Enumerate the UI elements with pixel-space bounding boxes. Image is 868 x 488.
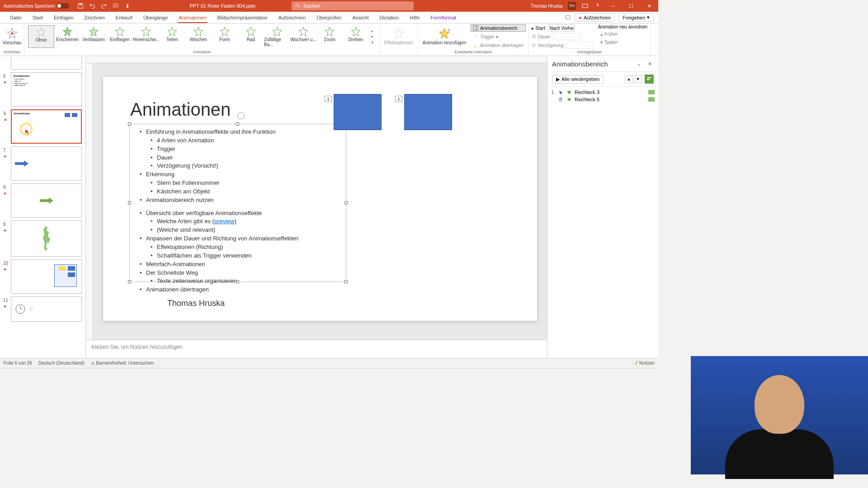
tab-aufzeichnen[interactable]: Aufzeichnen xyxy=(273,12,311,23)
content-text[interactable]: Einführung in Animationseffekte und ihre… xyxy=(130,124,346,298)
redo-icon[interactable] xyxy=(101,3,107,9)
anim-wachsen[interactable]: Wachsen u... xyxy=(290,25,316,48)
anim-teilen[interactable]: Teilen xyxy=(159,25,185,48)
tab-dictation[interactable]: Dictation xyxy=(374,12,404,23)
move-down-button[interactable]: ▼ xyxy=(634,75,642,83)
move-up-button[interactable]: ▲ xyxy=(625,75,633,83)
tab-start[interactable]: Start xyxy=(27,12,48,23)
anim-rad[interactable]: Rad xyxy=(238,25,264,48)
tab-hilfe[interactable]: Hilfe xyxy=(404,12,425,23)
anim-zufaellige[interactable]: Zufällige Ba... xyxy=(264,25,290,48)
start-field[interactable]: ▸ Start: xyxy=(532,24,594,32)
rotate-handle-icon[interactable] xyxy=(237,112,245,119)
anim-list-item[interactable]: 1🖱Rechteck 3 xyxy=(551,89,655,96)
close-button[interactable]: ✕ xyxy=(643,0,656,11)
tab-ansicht[interactable]: Ansicht xyxy=(347,12,374,23)
svg-rect-33 xyxy=(647,79,650,80)
ribbon-group-erweiterte: + Animation hinzufügen Animationsbereich… xyxy=(418,23,529,56)
svg-marker-20 xyxy=(273,27,282,36)
horizontal-ruler[interactable] xyxy=(86,56,547,63)
notes-toggle[interactable]: 📝 Notizen xyxy=(632,361,655,366)
tab-datei[interactable]: Datei xyxy=(5,12,27,23)
start-input[interactable] xyxy=(548,24,575,32)
play-all-button[interactable]: ▶ Alle wiedergeben xyxy=(552,75,604,84)
anim-zoom[interactable]: Zoom xyxy=(316,25,343,48)
resize-handle[interactable] xyxy=(344,280,348,283)
pane-icon xyxy=(473,25,478,31)
timeline-view-button[interactable] xyxy=(645,75,654,84)
anim-list-item[interactable]: ⏱Rechteck 5 xyxy=(551,96,655,103)
slide-counter[interactable]: Folie 6 von 26 xyxy=(4,361,32,366)
shape-rect-2[interactable] xyxy=(404,94,452,130)
animation-tag[interactable]: 1 xyxy=(395,96,402,102)
vertical-ruler[interactable] xyxy=(86,63,93,340)
slide-thumb-10[interactable]: 10 ★ xyxy=(11,259,82,294)
shape-rect-1[interactable] xyxy=(334,94,382,130)
tab-einfuegen[interactable]: Einfügen xyxy=(48,12,79,23)
resize-handle[interactable] xyxy=(128,122,131,126)
slide-thumb-5[interactable]: 5 ★ Animationen• Lorem ipsum• dolor sit•… xyxy=(11,72,82,107)
tab-entwurf[interactable]: Entwurf xyxy=(110,12,138,23)
content-textbox[interactable]: Einführung in Animationseffekte und ihre… xyxy=(129,124,346,282)
resize-handle[interactable] xyxy=(236,122,239,126)
record-button[interactable]: ●Aufzeichnen xyxy=(575,14,615,22)
slide-thumb-partial[interactable] xyxy=(11,56,82,70)
anim-drehen[interactable]: Drehen xyxy=(343,25,369,48)
slide-thumb-7[interactable]: 7 ★ xyxy=(11,146,82,181)
pin-icon[interactable] xyxy=(594,2,601,9)
svg-rect-8 xyxy=(566,15,571,19)
autosave-toggle[interactable]: Automatisches Speichern xyxy=(0,3,73,9)
undo-icon[interactable] xyxy=(89,3,95,9)
close-icon[interactable]: ✕ xyxy=(646,60,654,68)
slide-canvas[interactable]: Animationen Einführung in Animationseffe… xyxy=(93,63,547,340)
animation-tag[interactable]: 1 xyxy=(325,96,332,102)
anim-form[interactable]: Form xyxy=(212,25,238,48)
animation-list[interactable]: 1🖱Rechteck 3⏱Rechteck 5 xyxy=(547,87,658,105)
save-icon[interactable] xyxy=(77,3,84,9)
tab-zeichnen[interactable]: Zeichnen xyxy=(79,12,110,23)
slide-thumb-8[interactable]: 8 ★ xyxy=(11,183,82,218)
share-button[interactable]: Freigeben▾ xyxy=(618,13,654,22)
user-name[interactable]: Thomas Hruska xyxy=(530,4,562,9)
resize-handle[interactable] xyxy=(344,201,348,204)
minimize-button[interactable]: ─ xyxy=(607,0,619,11)
slide-thumb-9[interactable]: 9 ★ xyxy=(11,221,82,257)
ribbon-mode-icon[interactable] xyxy=(581,2,589,9)
tab-animationen[interactable]: Animationen xyxy=(173,12,212,23)
anim-ohne[interactable]: Ohne xyxy=(28,25,54,48)
tab-uebergaenge[interactable]: Übergänge xyxy=(138,12,173,23)
slide-thumb-6[interactable]: 6 ★ Animationen xyxy=(11,109,82,144)
notes-area[interactable]: Klicken Sie, um Notizen hinzuzufügen xyxy=(86,340,547,358)
touch-icon[interactable] xyxy=(124,3,131,9)
tab-bildschirm[interactable]: Bildschirmpräsentation xyxy=(212,12,273,23)
toggle-switch-icon[interactable] xyxy=(57,3,69,9)
resize-handle[interactable] xyxy=(128,201,131,204)
comments-icon[interactable] xyxy=(565,14,571,21)
group-label: Anzeigedauer xyxy=(577,50,602,55)
anim-verblassen[interactable]: Verblassen xyxy=(80,25,107,48)
tab-formformat[interactable]: Formformat xyxy=(425,12,462,23)
animationsbereich-button[interactable]: Animationsbereich xyxy=(471,24,526,32)
present-icon[interactable] xyxy=(113,3,119,9)
anim-wischen[interactable]: Wischen xyxy=(185,25,212,48)
slide[interactable]: Animationen Einführung in Animationseffe… xyxy=(103,77,537,321)
anim-einfliegen[interactable]: Einfliegen xyxy=(107,25,133,48)
search-input[interactable]: Suchen xyxy=(292,1,414,10)
chevron-down-icon[interactable]: ⌄ xyxy=(635,60,643,68)
accessibility-status[interactable]: ⚠ Barrierefreiheit: Untersuchen xyxy=(91,361,154,366)
resize-handle[interactable] xyxy=(128,280,131,283)
tab-ueberpruefen[interactable]: Überprüfen xyxy=(311,12,347,23)
language-status[interactable]: Deutsch (Deutschland) xyxy=(38,361,85,366)
anim-erscheinen[interactable]: Erscheinen xyxy=(54,25,80,48)
document-title: PPT 01 Roter Faden 004.pptx xyxy=(189,3,255,9)
animation-hinzufuegen-button[interactable]: + Animation hinzufügen xyxy=(421,24,468,48)
animation-gallery[interactable]: Ohne Erscheinen Verblassen Einfliegen Hi… xyxy=(27,24,377,49)
maximize-button[interactable]: ☐ xyxy=(625,0,637,11)
slide-title[interactable]: Animationen xyxy=(130,99,231,120)
vorschau-button[interactable]: Vorschau xyxy=(1,24,24,48)
anim-hineinschweben[interactable]: Hineinschw... xyxy=(133,25,159,48)
slide-thumb-11[interactable]: 11 ★ ♡ xyxy=(11,296,82,322)
gallery-expand[interactable]: ▴▾⊽ xyxy=(369,25,376,48)
user-avatar[interactable]: TH xyxy=(568,2,576,10)
slide-panel[interactable]: 5 ★ Animationen• Lorem ipsum• dolor sit•… xyxy=(0,56,86,358)
